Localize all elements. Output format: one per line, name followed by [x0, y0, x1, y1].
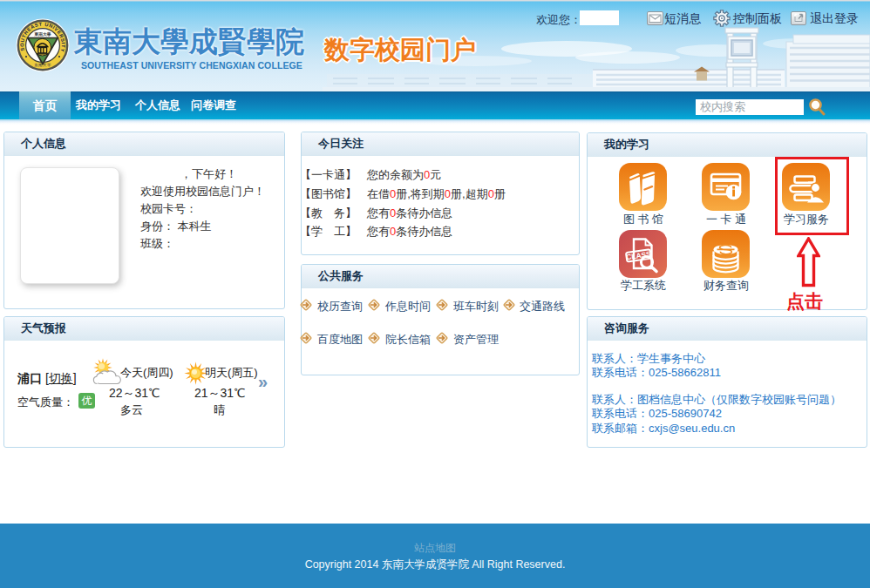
svg-text:東南大學: 東南大學: [33, 31, 51, 37]
